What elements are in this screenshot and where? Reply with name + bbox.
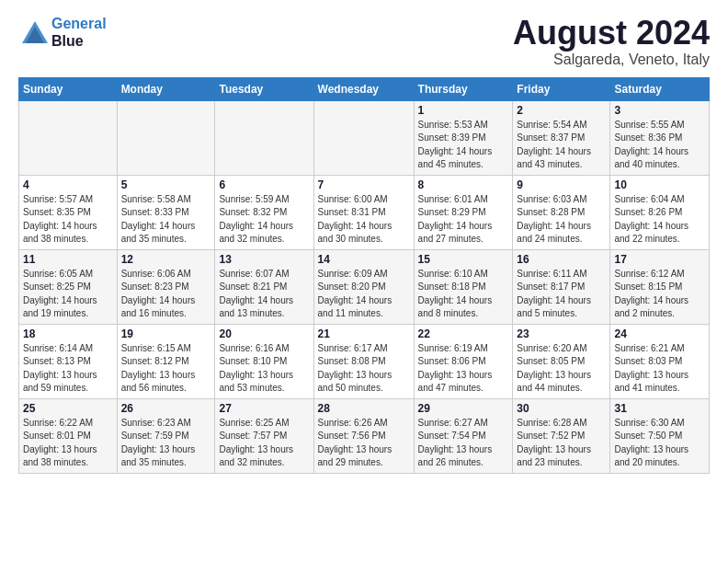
weekday-header-sunday: Sunday [19, 77, 118, 100]
calendar-week-3: 11Sunrise: 6:05 AM Sunset: 8:25 PM Dayli… [19, 249, 710, 324]
calendar-week-2: 4Sunrise: 5:57 AM Sunset: 8:35 PM Daylig… [19, 175, 710, 249]
day-info: Sunrise: 6:11 AM Sunset: 8:17 PM Dayligh… [517, 268, 606, 321]
logo-general: General [51, 16, 107, 31]
day-info: Sunrise: 6:23 AM Sunset: 7:59 PM Dayligh… [121, 417, 211, 470]
day-number: 16 [517, 253, 606, 266]
calendar-cell: 23Sunrise: 6:20 AM Sunset: 8:05 PM Dayli… [513, 324, 610, 398]
day-info: Sunrise: 6:17 AM Sunset: 8:08 PM Dayligh… [318, 342, 410, 396]
calendar-cell: 5Sunrise: 5:58 AM Sunset: 8:33 PM Daylig… [117, 175, 215, 249]
month-year: August 2024 [513, 15, 710, 52]
calendar-week-1: 1Sunrise: 5:53 AM Sunset: 8:39 PM Daylig… [19, 100, 710, 175]
day-info: Sunrise: 5:57 AM Sunset: 8:35 PM Dayligh… [23, 193, 113, 247]
calendar-cell: 27Sunrise: 6:25 AM Sunset: 7:57 PM Dayli… [215, 398, 313, 473]
day-info: Sunrise: 5:53 AM Sunset: 8:39 PM Dayligh… [418, 119, 509, 172]
weekday-header-friday: Friday [513, 77, 610, 100]
day-number: 3 [614, 104, 705, 117]
calendar-cell: 24Sunrise: 6:21 AM Sunset: 8:03 PM Dayli… [610, 324, 710, 398]
calendar-cell: 11Sunrise: 6:05 AM Sunset: 8:25 PM Dayli… [19, 249, 118, 324]
calendar-cell: 9Sunrise: 6:03 AM Sunset: 8:28 PM Daylig… [513, 175, 610, 249]
logo-blue: Blue [51, 33, 84, 49]
day-number: 4 [23, 178, 113, 191]
day-number: 28 [318, 402, 410, 415]
weekday-header-saturday: Saturday [610, 77, 710, 100]
day-info: Sunrise: 6:06 AM Sunset: 8:23 PM Dayligh… [121, 268, 211, 321]
logo-icon [18, 17, 48, 47]
day-info: Sunrise: 6:22 AM Sunset: 8:01 PM Dayligh… [23, 417, 113, 470]
day-number: 22 [418, 327, 509, 340]
weekday-header-tuesday: Tuesday [215, 77, 313, 100]
day-info: Sunrise: 6:14 AM Sunset: 8:13 PM Dayligh… [23, 342, 113, 396]
day-number: 5 [121, 178, 211, 191]
calendar-cell: 1Sunrise: 5:53 AM Sunset: 8:39 PM Daylig… [414, 100, 513, 175]
day-number: 29 [418, 402, 509, 415]
day-info: Sunrise: 5:58 AM Sunset: 8:33 PM Dayligh… [121, 193, 211, 247]
calendar-week-5: 25Sunrise: 6:22 AM Sunset: 8:01 PM Dayli… [19, 398, 710, 473]
day-number: 17 [614, 253, 705, 266]
calendar-cell [19, 100, 118, 175]
calendar-cell: 6Sunrise: 5:59 AM Sunset: 8:32 PM Daylig… [215, 175, 313, 249]
calendar-cell: 13Sunrise: 6:07 AM Sunset: 8:21 PM Dayli… [215, 249, 313, 324]
day-number: 11 [23, 253, 113, 266]
calendar-cell: 18Sunrise: 6:14 AM Sunset: 8:13 PM Dayli… [19, 324, 118, 398]
calendar-cell: 14Sunrise: 6:09 AM Sunset: 8:20 PM Dayli… [313, 249, 414, 324]
calendar-cell [215, 100, 313, 175]
calendar: SundayMondayTuesdayWednesdayThursdayFrid… [18, 77, 710, 474]
day-number: 7 [318, 178, 410, 191]
calendar-cell: 19Sunrise: 6:15 AM Sunset: 8:12 PM Dayli… [117, 324, 215, 398]
day-info: Sunrise: 6:12 AM Sunset: 8:15 PM Dayligh… [614, 268, 705, 321]
calendar-cell: 3Sunrise: 5:55 AM Sunset: 8:36 PM Daylig… [610, 100, 710, 175]
day-info: Sunrise: 6:03 AM Sunset: 8:28 PM Dayligh… [517, 193, 606, 247]
day-info: Sunrise: 6:21 AM Sunset: 8:03 PM Dayligh… [614, 342, 705, 396]
day-info: Sunrise: 6:20 AM Sunset: 8:05 PM Dayligh… [517, 342, 606, 396]
calendar-cell: 20Sunrise: 6:16 AM Sunset: 8:10 PM Dayli… [215, 324, 313, 398]
day-info: Sunrise: 6:27 AM Sunset: 7:54 PM Dayligh… [418, 417, 509, 470]
calendar-cell [313, 100, 414, 175]
day-info: Sunrise: 6:26 AM Sunset: 7:56 PM Dayligh… [318, 417, 410, 470]
day-info: Sunrise: 6:30 AM Sunset: 7:50 PM Dayligh… [614, 417, 705, 470]
calendar-cell: 12Sunrise: 6:06 AM Sunset: 8:23 PM Dayli… [117, 249, 215, 324]
calendar-cell: 21Sunrise: 6:17 AM Sunset: 8:08 PM Dayli… [313, 324, 414, 398]
logo: General Blue [18, 15, 107, 50]
day-number: 25 [23, 402, 113, 415]
day-info: Sunrise: 6:09 AM Sunset: 8:20 PM Dayligh… [318, 268, 410, 321]
logo-text: General Blue [51, 15, 107, 50]
day-number: 1 [418, 104, 509, 117]
calendar-cell: 7Sunrise: 6:00 AM Sunset: 8:31 PM Daylig… [313, 175, 414, 249]
calendar-cell: 8Sunrise: 6:01 AM Sunset: 8:29 PM Daylig… [414, 175, 513, 249]
calendar-cell: 16Sunrise: 6:11 AM Sunset: 8:17 PM Dayli… [513, 249, 610, 324]
day-number: 9 [517, 178, 606, 191]
day-number: 8 [418, 178, 509, 191]
calendar-cell: 15Sunrise: 6:10 AM Sunset: 8:18 PM Dayli… [414, 249, 513, 324]
header: General Blue August 2024 Salgareda, Vene… [18, 15, 710, 68]
day-number: 23 [517, 327, 606, 340]
calendar-header-row: SundayMondayTuesdayWednesdayThursdayFrid… [19, 77, 710, 100]
day-info: Sunrise: 6:16 AM Sunset: 8:10 PM Dayligh… [219, 342, 309, 396]
day-info: Sunrise: 6:10 AM Sunset: 8:18 PM Dayligh… [418, 268, 509, 321]
location: Salgareda, Veneto, Italy [513, 52, 710, 68]
day-number: 19 [121, 327, 211, 340]
day-number: 6 [219, 178, 309, 191]
calendar-cell: 4Sunrise: 5:57 AM Sunset: 8:35 PM Daylig… [19, 175, 118, 249]
day-number: 30 [517, 402, 606, 415]
day-info: Sunrise: 6:19 AM Sunset: 8:06 PM Dayligh… [418, 342, 509, 396]
weekday-header-wednesday: Wednesday [313, 77, 414, 100]
day-info: Sunrise: 5:55 AM Sunset: 8:36 PM Dayligh… [614, 119, 705, 172]
calendar-cell: 30Sunrise: 6:28 AM Sunset: 7:52 PM Dayli… [513, 398, 610, 473]
day-number: 13 [219, 253, 309, 266]
day-info: Sunrise: 6:25 AM Sunset: 7:57 PM Dayligh… [219, 417, 309, 470]
day-number: 20 [219, 327, 309, 340]
weekday-header-monday: Monday [117, 77, 215, 100]
day-info: Sunrise: 6:00 AM Sunset: 8:31 PM Dayligh… [318, 193, 410, 247]
page: General Blue August 2024 Salgareda, Vene… [0, 0, 728, 563]
day-info: Sunrise: 5:54 AM Sunset: 8:37 PM Dayligh… [517, 119, 606, 172]
calendar-cell: 31Sunrise: 6:30 AM Sunset: 7:50 PM Dayli… [610, 398, 710, 473]
calendar-cell: 17Sunrise: 6:12 AM Sunset: 8:15 PM Dayli… [610, 249, 710, 324]
day-number: 2 [517, 104, 606, 117]
day-number: 26 [121, 402, 211, 415]
day-info: Sunrise: 6:01 AM Sunset: 8:29 PM Dayligh… [418, 193, 509, 247]
day-number: 10 [614, 178, 705, 191]
day-number: 21 [318, 327, 410, 340]
day-number: 27 [219, 402, 309, 415]
calendar-cell: 2Sunrise: 5:54 AM Sunset: 8:37 PM Daylig… [513, 100, 610, 175]
day-info: Sunrise: 6:28 AM Sunset: 7:52 PM Dayligh… [517, 417, 606, 470]
